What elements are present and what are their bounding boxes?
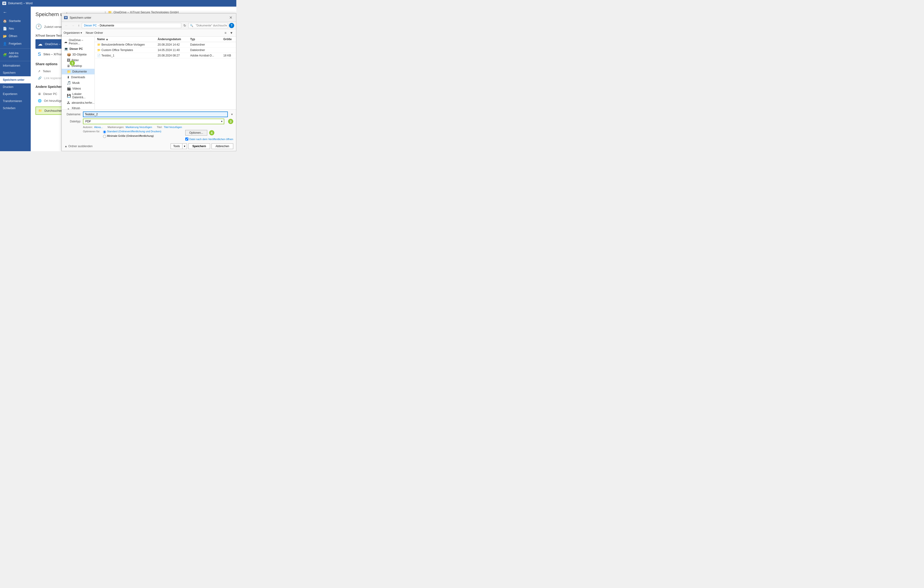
ds-bilder[interactable]: 🖼 Bilder [62,58,94,63]
dialog-titlebar: W Speichern unter ✕ [62,13,236,22]
table-row[interactable]: 📁 Custom Office Templates 14.05.2024 11:… [95,48,236,53]
sidebar-item-oeffnen[interactable]: 📂 Öffnen [0,32,31,40]
ds-musik-label: Musik [72,81,80,84]
sidebar-item-startseite[interactable]: 🏠 Startseite [0,17,31,25]
ds-alexandra-icon: 🖧 [67,101,70,105]
search-input[interactable] [195,23,228,28]
sidebar-item-addins[interactable]: 🧩 Add-Ins abrufen [0,49,31,60]
titel-link[interactable]: Titel hinzufügen [164,126,182,128]
save-button[interactable]: Speichern [188,143,210,149]
new-folder-button[interactable]: Neuer Ordner [84,30,105,35]
radio-minimal-input[interactable] [103,135,106,138]
file-dialog: W Speichern unter ✕ ← → ↑ Dieser PC › Do… [61,13,236,151]
ds-onedrive-label: OneDrive – Person... [69,38,92,45]
col-size[interactable]: Größe [221,36,236,42]
tools-group: Tools ▾ [171,143,187,149]
sidebar-item-schliessen[interactable]: Schließen [0,105,31,112]
col-name[interactable]: Name ▲ [95,36,155,42]
checkbox-row: Datei nach dem Veröffentlichen öffnen [185,137,233,140]
sidebar-item-drucken[interactable]: Drucken [0,83,31,91]
ds-xitrust[interactable]: 🖧 Xitrust-Fileshare... [62,105,94,109]
sidebar-item-exportieren[interactable]: Exportieren [0,91,31,97]
nav-back-button[interactable]: ← [64,23,69,28]
file-type-cell: Dateiordner [188,48,221,53]
nav-forward-button[interactable]: → [70,23,76,28]
view-list-button[interactable]: ≡ [223,30,228,35]
file-name-cell: 📄 Testdoc_1 [95,53,155,58]
ds-videos[interactable]: 🎬 Videos [62,86,94,91]
ds-onedrive-person[interactable]: ☁ OneDrive – Person... [62,38,94,46]
sidebar-item-speichern-unter[interactable]: Speichern unter [0,76,31,83]
tools-button[interactable]: Tools [171,143,182,149]
ds-downloads[interactable]: ⬇ Downloads [62,74,94,80]
dialog-main: Name ▲ Änderungsdatum Typ Größe 📁 Benutz… [95,36,236,109]
organize-dropdown[interactable]: Organisieren ▾ [64,31,82,35]
nav-refresh-button[interactable]: ↻ [182,23,187,28]
optimize-options: Optimieren für: [83,130,100,140]
sidebar-item-informationen[interactable]: Informationen [0,62,31,69]
markierung-link[interactable]: Markierung hinzufügen [126,126,152,128]
dialog-close-button[interactable]: ✕ [228,15,234,20]
help-button[interactable]: ? [229,23,234,28]
browse-icon: 📁 [38,109,42,112]
table-row[interactable]: 📄 Testdoc_1 20.08.2024 08:27 Adobe Acrob… [95,53,236,58]
titlebar-title: Dokument1 – Word [8,2,32,5]
dieser-pc-label: Dieser PC [43,92,57,96]
folder-hide[interactable]: ▲ Ordner ausblenden [64,145,92,148]
back-button[interactable]: ← [0,8,31,16]
titlebar: W Dokument1 – Word [0,0,236,7]
ds-alexandra[interactable]: 🖧 alexandra.herfer... [62,100,94,105]
sidebar-item-transformieren[interactable]: Transformieren [0,97,31,105]
table-header-row: Name ▲ Änderungsdatum Typ Größe [95,36,236,42]
ds-desktop[interactable]: 🖥 Desktop [62,63,94,69]
back-icon: ← [3,10,7,15]
sidebar: ← 🏠 Startseite 📄 Neu 📂 Öffnen 👤 Freigebe… [0,7,31,151]
word-logo: W [2,2,6,5]
col-type[interactable]: Typ [188,36,221,42]
table-row[interactable]: 📁 Benutzerdefinierte Office-Vorlagen 20.… [95,42,236,48]
sidebar-label-addins: Add-Ins abrufen [9,51,28,58]
share-icon: 👤 [3,42,7,46]
dialog-toolbar: Organisieren ▾ Neuer Ordner ≡ ▼ [62,29,236,36]
sites-icon: S [38,51,41,57]
file-type-cell: Adobe Acrobat-D... [188,53,221,58]
cancel-button[interactable]: Abbrechen [211,143,233,149]
authors-value[interactable]: Alexa... [94,126,103,128]
ds-dokumente[interactable]: 📁 Dokumente [62,69,94,74]
ds-3d-objekte[interactable]: 📦 3D-Objekte [62,52,94,58]
filetype-row: Dateityp: PDF ▼ 3 [64,119,233,124]
filetype-select[interactable]: PDF [83,119,224,124]
sidebar-divider-2 [0,61,31,61]
filename-input[interactable] [83,112,228,117]
view-details-button[interactable]: ▼ [229,30,234,35]
sidebar-label-oeffnen: Öffnen [9,35,17,38]
tools-dropdown-button[interactable]: ▾ [182,143,187,149]
ds-lokaler[interactable]: 💾 Lokaler Datenträ... [62,91,94,100]
radio-standard-input[interactable] [103,130,106,133]
options-button[interactable]: Optionen... [185,130,207,136]
open-after-checkbox[interactable] [185,137,188,140]
nav-up-button[interactable]: ↑ [77,23,81,28]
ds-musik[interactable]: 🎵 Musik [62,80,94,86]
filename-row: Dateiname: ▼ [64,112,233,117]
markierungen-label: Markierungen: [107,126,124,128]
breadcrumb-pc[interactable]: Dieser PC [84,24,97,27]
footer-meta: Autoren: Alexa... Markierungen: Markieru… [64,126,233,128]
markierungen-meta: Markierungen: Markierung hinzufügen [107,126,152,128]
sidebar-item-speichern[interactable]: Speichern [0,69,31,76]
radio-minimal-label: Minimale Größe (Onlineveröffentlichung) [107,134,154,137]
dialog-word-logo: W [64,16,68,19]
ds-xitrust-label: Xitrust-Fileshare... [72,107,92,109]
transform-label: Transformieren [3,99,22,103]
col-date[interactable]: Änderungsdatum [155,36,188,42]
ort-label: Ort hinzufügen [44,99,64,102]
ds-dieser-pc[interactable]: 💻 Dieser PC [62,46,94,52]
pc-icon: 🖥 [38,92,41,96]
sidebar-item-freigeben[interactable]: 👤 Freigeben [0,40,31,48]
folder-icon: 📁 [97,48,101,52]
sidebar-item-neu[interactable]: 📄 Neu [0,25,31,32]
file-date-cell: 14.05.2024 11:40 [155,48,188,53]
authors-meta: Autoren: Alexa... [83,126,103,128]
dialog-body: ☁ OneDrive – Person... 💻 Dieser PC 📦 3D-… [62,36,236,109]
file-name-cell: 📁 Custom Office Templates [95,48,155,53]
